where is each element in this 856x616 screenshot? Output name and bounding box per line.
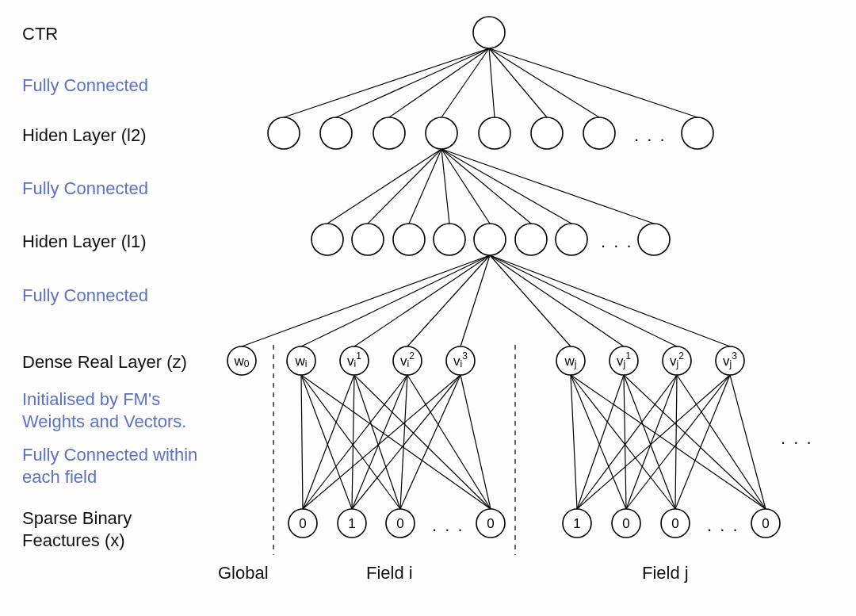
label-fully-connected-1: Fully Connected xyxy=(22,75,148,96)
svg-line-34 xyxy=(352,375,407,509)
svg-line-30 xyxy=(352,375,354,509)
label-initialised-by-fm: Initialised by FM's Weights and Vectors. xyxy=(22,388,187,433)
svg-line-31 xyxy=(354,375,400,509)
svg-line-23 xyxy=(490,255,677,346)
sparse-label-i-3: 0 xyxy=(487,516,494,531)
svg-line-54 xyxy=(626,375,730,509)
svg-line-33 xyxy=(303,375,407,509)
svg-line-48 xyxy=(624,375,766,509)
svg-line-5 xyxy=(489,48,547,117)
svg-line-22 xyxy=(490,255,624,346)
svg-line-13 xyxy=(441,149,531,224)
ctr-node xyxy=(473,17,505,48)
h2-node-1 xyxy=(320,117,352,149)
sparse-label-j-1: 0 xyxy=(622,516,629,531)
label-field-i: Field i xyxy=(366,563,413,583)
svg-line-2 xyxy=(389,48,489,117)
svg-line-32 xyxy=(354,375,491,509)
svg-line-27 xyxy=(301,375,400,509)
svg-line-21 xyxy=(490,255,571,346)
svg-line-15 xyxy=(441,149,654,224)
svg-line-25 xyxy=(301,375,303,509)
svg-line-0 xyxy=(284,48,489,117)
label-fully-connected-3: Fully Connected xyxy=(22,285,148,306)
label-field-j: Field j xyxy=(642,563,689,583)
svg-line-20 xyxy=(460,255,490,346)
label-ctr: CTR xyxy=(22,24,58,44)
h1-node-7 xyxy=(638,224,670,255)
svg-line-18 xyxy=(354,255,490,346)
ellipsis-fields: . . . xyxy=(781,428,813,449)
label-hidden-layer-2: Hiden Layer (l2) xyxy=(22,125,147,146)
ellipsis-h2: . . . xyxy=(634,125,667,146)
h2-node-0 xyxy=(268,117,300,149)
svg-line-8 xyxy=(327,149,441,224)
svg-line-28 xyxy=(301,375,491,509)
ellipsis-h1: . . . xyxy=(601,231,633,252)
svg-line-43 xyxy=(571,375,675,509)
sparse-label-j-0: 1 xyxy=(573,516,580,531)
svg-line-52 xyxy=(677,375,766,509)
svg-line-24 xyxy=(490,255,730,346)
svg-line-9 xyxy=(368,149,441,224)
svg-line-46 xyxy=(624,375,626,509)
sparse-label-j-2: 0 xyxy=(671,516,678,531)
svg-line-49 xyxy=(577,375,677,509)
label-hidden-layer-1: Hiden Layer (l1) xyxy=(22,231,147,252)
h1-node-0 xyxy=(311,224,343,255)
h1-node-1 xyxy=(352,224,384,255)
label-global: Global xyxy=(218,563,269,583)
svg-line-4 xyxy=(489,48,495,117)
svg-line-14 xyxy=(441,149,571,224)
svg-line-39 xyxy=(400,375,460,509)
svg-line-42 xyxy=(571,375,626,509)
sparse-label-i-1: 1 xyxy=(348,516,355,531)
label-fully-connected-2: Fully Connected xyxy=(22,178,148,199)
ellipsis-sparse-j: . . . xyxy=(707,515,739,536)
h1-node-5 xyxy=(515,224,547,255)
svg-line-56 xyxy=(730,375,766,509)
h2-node-5 xyxy=(531,117,563,149)
ellipsis-sparse-i: . . . xyxy=(432,515,464,536)
h1-node-4 xyxy=(474,224,506,255)
svg-line-36 xyxy=(407,375,491,509)
h1-node-2 xyxy=(393,224,425,255)
svg-line-7 xyxy=(489,48,697,117)
h2-node-3 xyxy=(426,117,457,149)
svg-line-10 xyxy=(409,149,441,224)
label-dense-real-layer: Dense Real Layer (z) xyxy=(22,352,187,373)
svg-line-29 xyxy=(303,375,354,509)
svg-line-40 xyxy=(460,375,491,509)
svg-line-16 xyxy=(242,255,490,346)
svg-line-6 xyxy=(489,48,599,117)
h2-node-4 xyxy=(479,117,510,149)
svg-line-1 xyxy=(336,48,489,117)
h2-node-7 xyxy=(682,117,713,149)
sparse-label-j-3: 0 xyxy=(762,516,769,531)
h1-node-3 xyxy=(434,224,465,255)
label-fc-within-field: Fully Connected within each field xyxy=(22,444,197,488)
sparse-label-i-0: 0 xyxy=(299,516,306,531)
h2-node-6 xyxy=(583,117,615,149)
h1-node-6 xyxy=(556,224,587,255)
svg-line-51 xyxy=(675,375,677,509)
h2-node-2 xyxy=(373,117,405,149)
svg-line-19 xyxy=(407,255,490,346)
sparse-label-i-2: 0 xyxy=(396,516,403,531)
svg-line-50 xyxy=(626,375,677,509)
svg-line-17 xyxy=(301,255,490,346)
svg-line-12 xyxy=(441,149,490,224)
svg-line-41 xyxy=(571,375,577,509)
label-sparse-binary-features: Sparse Binary Feactures (x) xyxy=(22,507,132,552)
